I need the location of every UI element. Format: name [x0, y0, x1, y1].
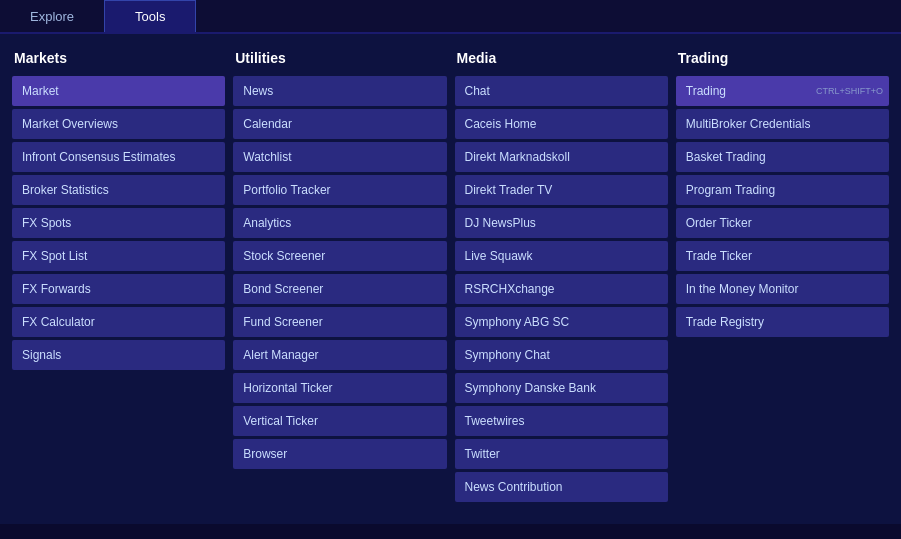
menu-item-label-watchlist: Watchlist [243, 150, 291, 164]
menu-item-twitter[interactable]: Twitter [455, 439, 668, 469]
menu-item-horizontal-ticker[interactable]: Horizontal Ticker [233, 373, 446, 403]
menu-item-news-contribution[interactable]: News Contribution [455, 472, 668, 502]
menu-item-label-live-squawk: Live Squawk [465, 249, 533, 263]
tab-tools[interactable]: Tools [104, 0, 196, 32]
menu-item-label-trading: Trading [686, 84, 726, 98]
column-markets: MarketsMarketMarket OverviewsInfront Con… [12, 50, 225, 508]
menu-item-alert-manager[interactable]: Alert Manager [233, 340, 446, 370]
menu-item-symphony-chat[interactable]: Symphony Chat [455, 340, 668, 370]
column-header-markets: Markets [12, 50, 225, 66]
menu-item-basket-trading[interactable]: Basket Trading [676, 142, 889, 172]
menu-item-market[interactable]: Market [12, 76, 225, 106]
main-content: MarketsMarketMarket OverviewsInfront Con… [0, 34, 901, 524]
menu-item-symphony-abg-sc[interactable]: Symphony ABG SC [455, 307, 668, 337]
menu-item-order-ticker[interactable]: Order Ticker [676, 208, 889, 238]
menu-item-trade-ticker[interactable]: Trade Ticker [676, 241, 889, 271]
menu-item-broker-statistics[interactable]: Broker Statistics [12, 175, 225, 205]
column-header-utilities: Utilities [233, 50, 446, 66]
menu-item-label-news: News [243, 84, 273, 98]
menu-item-portfolio-tracker[interactable]: Portfolio Tracker [233, 175, 446, 205]
menu-item-direkt-trader-tv[interactable]: Direkt Trader TV [455, 175, 668, 205]
menu-item-label-chat: Chat [465, 84, 490, 98]
menu-item-label-trade-registry: Trade Registry [686, 315, 764, 329]
menu-item-trading[interactable]: TradingCTRL+SHIFT+O [676, 76, 889, 106]
menu-item-label-fx-spot-list: FX Spot List [22, 249, 87, 263]
tab-bar: ExploreTools [0, 0, 901, 34]
menu-item-label-multibroker-credentials: MultiBroker Credentials [686, 117, 811, 131]
menu-item-bond-screener[interactable]: Bond Screener [233, 274, 446, 304]
menu-item-live-squawk[interactable]: Live Squawk [455, 241, 668, 271]
menu-item-label-symphony-danske-bank: Symphony Danske Bank [465, 381, 596, 395]
menu-item-label-market: Market [22, 84, 59, 98]
menu-item-label-fund-screener: Fund Screener [243, 315, 322, 329]
menu-item-trade-registry[interactable]: Trade Registry [676, 307, 889, 337]
menu-item-program-trading[interactable]: Program Trading [676, 175, 889, 205]
menu-item-label-alert-manager: Alert Manager [243, 348, 318, 362]
menu-item-label-program-trading: Program Trading [686, 183, 775, 197]
menu-item-label-horizontal-ticker: Horizontal Ticker [243, 381, 332, 395]
menu-item-news[interactable]: News [233, 76, 446, 106]
menu-item-label-vertical-ticker: Vertical Ticker [243, 414, 318, 428]
menu-item-label-order-ticker: Order Ticker [686, 216, 752, 230]
tab-explore[interactable]: Explore [0, 0, 104, 32]
menu-item-label-browser: Browser [243, 447, 287, 461]
menu-item-label-portfolio-tracker: Portfolio Tracker [243, 183, 330, 197]
menu-item-label-news-contribution: News Contribution [465, 480, 563, 494]
menu-item-label-symphony-abg-sc: Symphony ABG SC [465, 315, 570, 329]
menu-item-fx-calculator[interactable]: FX Calculator [12, 307, 225, 337]
menu-item-dj-newsplus[interactable]: DJ NewsPlus [455, 208, 668, 238]
menu-item-market-overviews[interactable]: Market Overviews [12, 109, 225, 139]
menu-item-label-analytics: Analytics [243, 216, 291, 230]
menu-item-label-in-the-money-monitor: In the Money Monitor [686, 282, 799, 296]
menu-item-label-basket-trading: Basket Trading [686, 150, 766, 164]
menu-item-label-stock-screener: Stock Screener [243, 249, 325, 263]
menu-item-label-market-overviews: Market Overviews [22, 117, 118, 131]
menu-item-fx-spots[interactable]: FX Spots [12, 208, 225, 238]
column-header-media: Media [455, 50, 668, 66]
menu-item-fx-spot-list[interactable]: FX Spot List [12, 241, 225, 271]
menu-item-label-twitter: Twitter [465, 447, 500, 461]
menu-item-analytics[interactable]: Analytics [233, 208, 446, 238]
menu-item-stock-screener[interactable]: Stock Screener [233, 241, 446, 271]
menu-item-label-caceis-home: Caceis Home [465, 117, 537, 131]
menu-item-direkt-marknadskoll[interactable]: Direkt Marknadskoll [455, 142, 668, 172]
column-utilities: UtilitiesNewsCalendarWatchlistPortfolio … [233, 50, 446, 508]
menu-item-symphony-danske-bank[interactable]: Symphony Danske Bank [455, 373, 668, 403]
menu-item-label-direkt-trader-tv: Direkt Trader TV [465, 183, 553, 197]
menu-item-label-bond-screener: Bond Screener [243, 282, 323, 296]
menu-item-chat[interactable]: Chat [455, 76, 668, 106]
menu-item-caceis-home[interactable]: Caceis Home [455, 109, 668, 139]
menu-item-label-direkt-marknadskoll: Direkt Marknadskoll [465, 150, 570, 164]
column-header-trading: Trading [676, 50, 889, 66]
menu-item-rsrchxchange[interactable]: RSRCHXchange [455, 274, 668, 304]
menu-item-vertical-ticker[interactable]: Vertical Ticker [233, 406, 446, 436]
menu-item-tweetwires[interactable]: Tweetwires [455, 406, 668, 436]
menu-item-fund-screener[interactable]: Fund Screener [233, 307, 446, 337]
menu-item-label-tweetwires: Tweetwires [465, 414, 525, 428]
menu-item-label-infront-consensus: Infront Consensus Estimates [22, 150, 175, 164]
menu-item-browser[interactable]: Browser [233, 439, 446, 469]
menu-item-label-rsrchxchange: RSRCHXchange [465, 282, 555, 296]
menu-item-label-signals: Signals [22, 348, 61, 362]
menu-item-calendar[interactable]: Calendar [233, 109, 446, 139]
menu-item-watchlist[interactable]: Watchlist [233, 142, 446, 172]
menu-item-label-calendar: Calendar [243, 117, 292, 131]
column-trading: TradingTradingCTRL+SHIFT+OMultiBroker Cr… [676, 50, 889, 508]
menu-item-label-dj-newsplus: DJ NewsPlus [465, 216, 536, 230]
menu-item-label-fx-forwards: FX Forwards [22, 282, 91, 296]
menu-item-signals[interactable]: Signals [12, 340, 225, 370]
menu-item-label-broker-statistics: Broker Statistics [22, 183, 109, 197]
menu-item-label-fx-spots: FX Spots [22, 216, 71, 230]
menu-item-infront-consensus[interactable]: Infront Consensus Estimates [12, 142, 225, 172]
menu-item-in-the-money-monitor[interactable]: In the Money Monitor [676, 274, 889, 304]
menu-item-label-symphony-chat: Symphony Chat [465, 348, 550, 362]
shortcut-trading: CTRL+SHIFT+O [816, 86, 883, 96]
menu-item-label-trade-ticker: Trade Ticker [686, 249, 752, 263]
menu-item-fx-forwards[interactable]: FX Forwards [12, 274, 225, 304]
menu-item-label-fx-calculator: FX Calculator [22, 315, 95, 329]
column-media: MediaChatCaceis HomeDirekt MarknadskollD… [455, 50, 668, 508]
menu-item-multibroker-credentials[interactable]: MultiBroker Credentials [676, 109, 889, 139]
